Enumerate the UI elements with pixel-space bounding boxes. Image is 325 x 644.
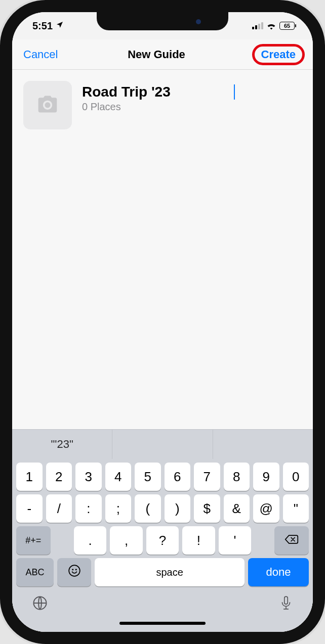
status-right: 65 [252, 22, 295, 30]
guide-cover-thumbnail[interactable] [23, 81, 72, 129]
key-done[interactable]: done [248, 558, 309, 586]
key-dash[interactable]: - [16, 494, 43, 523]
guide-name-input[interactable] [82, 84, 234, 100]
emoji-icon [68, 564, 81, 581]
key-row-1: 1 2 3 4 5 6 7 8 9 0 [12, 459, 313, 491]
status-time: 5:51 [32, 20, 53, 32]
create-button-wrap: Create [255, 46, 302, 63]
battery-icon: 65 [279, 22, 295, 30]
globe-icon[interactable] [32, 595, 48, 613]
screen: 5:51 65 [12, 12, 313, 632]
key-amp[interactable]: & [224, 494, 250, 523]
key-backspace[interactable] [274, 526, 309, 555]
key-9[interactable]: 9 [253, 463, 279, 491]
create-button[interactable]: Create [261, 48, 296, 61]
key-row-3: #+= . , ? ! ' [12, 523, 313, 555]
key-symbol-shift[interactable]: #+= [16, 526, 51, 555]
key-emoji[interactable] [57, 558, 91, 586]
key-2[interactable]: 2 [46, 463, 72, 491]
key-4[interactable]: 4 [105, 463, 132, 491]
places-subtitle: 0 Places [82, 101, 235, 113]
key-quote[interactable]: " [283, 494, 309, 523]
location-arrow-icon [56, 21, 64, 31]
key-3[interactable]: 3 [75, 463, 102, 491]
key-period[interactable]: . [74, 526, 106, 555]
key-7[interactable]: 7 [194, 463, 220, 491]
key-1[interactable]: 1 [16, 463, 43, 491]
key-semicolon[interactable]: ; [105, 494, 132, 523]
key-question[interactable]: ? [146, 526, 179, 555]
key-abc[interactable]: ABC [16, 558, 54, 586]
camera-icon [36, 93, 59, 117]
cellular-signal-icon [252, 22, 263, 29]
status-left: 5:51 [32, 20, 64, 32]
content-area: 0 Places [12, 70, 313, 429]
key-apostrophe[interactable]: ' [219, 526, 251, 555]
key-close-paren[interactable]: ) [165, 494, 191, 523]
key-at[interactable]: @ [253, 494, 279, 523]
key-5[interactable]: 5 [135, 463, 161, 491]
home-indicator[interactable] [119, 622, 206, 625]
key-0[interactable]: 0 [283, 463, 309, 491]
text-cursor [234, 84, 235, 100]
key-dollar[interactable]: $ [194, 494, 220, 523]
key-row-4: ABC space done [12, 555, 313, 586]
svg-point-0 [69, 565, 80, 576]
device-notch [97, 12, 228, 30]
key-space[interactable]: space [95, 558, 245, 586]
key-colon[interactable]: : [75, 494, 102, 523]
wifi-icon [266, 22, 276, 30]
svg-rect-4 [285, 596, 288, 604]
cancel-button[interactable]: Cancel [23, 48, 58, 61]
key-slash[interactable]: / [46, 494, 72, 523]
key-8[interactable]: 8 [224, 463, 250, 491]
prediction-2[interactable] [112, 430, 213, 459]
battery-percent: 65 [284, 23, 290, 29]
ios-keyboard: "'23" 1 2 3 4 5 6 7 8 9 0 - / : ; [12, 429, 313, 632]
modal-title: New Guide [128, 48, 185, 61]
key-exclaim[interactable]: ! [182, 526, 215, 555]
key-comma[interactable]: , [110, 526, 142, 555]
mic-icon[interactable] [279, 595, 293, 613]
prediction-1[interactable]: "'23" [12, 430, 112, 459]
svg-point-1 [72, 569, 73, 570]
keyboard-bottom-bar [12, 586, 313, 617]
key-6[interactable]: 6 [165, 463, 191, 491]
iphone-device-frame: 5:51 65 [0, 0, 325, 644]
key-open-paren[interactable]: ( [135, 494, 161, 523]
guide-row: 0 Places [23, 81, 302, 129]
modal-navbar: Cancel New Guide Create [12, 39, 313, 70]
key-row-2: - / : ; ( ) $ & @ " [12, 491, 313, 523]
svg-point-2 [75, 569, 76, 570]
backspace-icon [285, 533, 299, 548]
predictive-bar: "'23" [12, 430, 313, 459]
prediction-3[interactable] [213, 430, 313, 459]
